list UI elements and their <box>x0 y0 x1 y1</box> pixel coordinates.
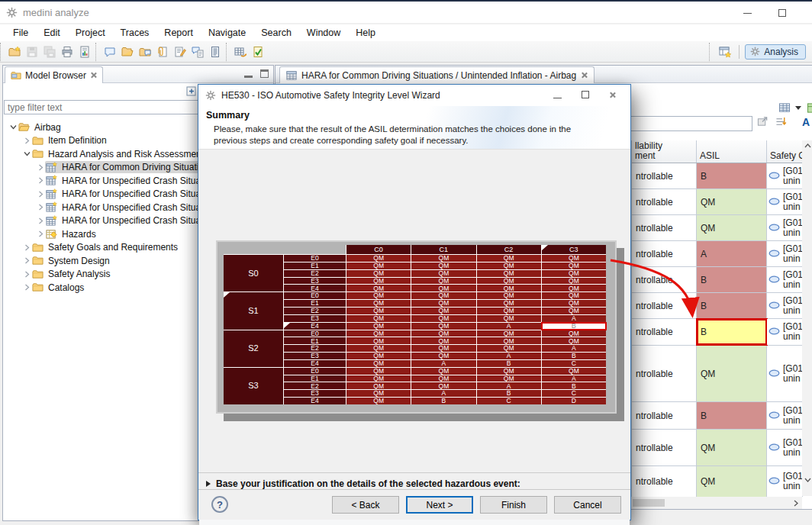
safety-goal-cell[interactable]: [G01unin <box>767 163 803 188</box>
chevron-right-icon[interactable] <box>23 257 31 264</box>
controllability-cell[interactable]: ntrollable <box>632 466 697 497</box>
hazard-row[interactable]: ntrollableQM[G01unin <box>632 430 802 466</box>
matrix-value-cell[interactable]: QM <box>411 345 475 352</box>
matrix-value-cell[interactable]: QM <box>411 382 475 389</box>
matrix-value-cell[interactable]: A <box>542 345 606 352</box>
matrix-value-cell[interactable]: B <box>477 390 541 397</box>
matrix-value-cell[interactable]: C <box>542 390 606 397</box>
column-header-safety-goal[interactable]: Safety G <box>767 140 803 163</box>
tab-hara-editor[interactable]: HARA for Common Driving Situations / Uni… <box>279 66 594 83</box>
safety-goal-cell[interactable]: [G01unin <box>767 189 803 214</box>
matrix-value-cell[interactable]: QM <box>477 375 541 382</box>
chevron-right-icon[interactable] <box>23 244 31 251</box>
matrix-exposure-s3-e2[interactable]: E2 <box>284 382 346 389</box>
asil-cell[interactable]: QM <box>697 466 767 497</box>
view-minimize-icon[interactable] <box>244 69 253 78</box>
document-icon[interactable] <box>206 43 224 60</box>
matrix-value-cell[interactable]: QM <box>542 337 606 344</box>
project-comment-icon[interactable] <box>136 43 153 60</box>
column-header-controllability[interactable]: llabilityment <box>632 140 697 163</box>
column-header-asil[interactable]: ASIL <box>697 140 767 163</box>
matrix-value-cell[interactable]: QM <box>411 315 475 322</box>
asil-cell[interactable]: B <box>697 293 767 318</box>
comment-icon[interactable] <box>101 43 118 60</box>
hazard-row[interactable]: ntrollableQM[G01unin <box>632 466 802 498</box>
matrix-value-cell[interactable]: A <box>542 315 606 322</box>
menu-search[interactable]: Search <box>253 25 299 40</box>
hazard-row[interactable]: ntrollableB[G01unin <box>632 293 802 319</box>
editor-view-menu[interactable] <box>778 102 801 114</box>
print-icon[interactable] <box>58 43 76 60</box>
hazard-row[interactable]: ntrollableB[G01unin <box>632 402 802 430</box>
chevron-down-icon[interactable] <box>9 124 18 130</box>
hazard-row[interactable]: ntrollableB[G01unin <box>632 319 802 346</box>
menu-traces[interactable]: Traces <box>113 25 157 40</box>
matrix-value-cell[interactable]: B <box>542 382 606 389</box>
matrix-value-cell[interactable]: D <box>542 398 606 404</box>
matrix-value-cell[interactable]: QM <box>346 285 411 291</box>
dialog-close-button[interactable] <box>609 92 617 100</box>
open-project-icon[interactable] <box>118 43 136 60</box>
chevron-right-icon[interactable] <box>37 177 45 184</box>
matrix-value-cell[interactable]: QM <box>411 278 475 285</box>
edit-assessment-icon[interactable] <box>171 43 188 60</box>
matrix-value-cell[interactable]: QM <box>411 353 475 359</box>
matrix-value-cell[interactable]: QM <box>542 292 606 299</box>
matrix-value-cell[interactable]: QM <box>411 308 475 314</box>
matrix-value-cell[interactable]: B <box>542 353 606 359</box>
scroll-right-icon[interactable] <box>790 500 802 507</box>
matrix-value-cell[interactable]: QM <box>477 315 541 322</box>
matrix-exposure-s1-e4[interactable]: E4 <box>284 323 346 330</box>
finish-button[interactable]: Finish <box>480 496 547 514</box>
matrix-value-cell[interactable]: QM <box>477 255 541 262</box>
back-button[interactable]: < Back <box>332 496 399 514</box>
asil-cell[interactable]: QM <box>697 189 767 214</box>
window-maximize-button[interactable] <box>771 6 794 20</box>
matrix-value-cell[interactable]: QM <box>411 255 475 262</box>
safety-goal-cell[interactable]: [G01unin <box>767 346 803 401</box>
menu-window[interactable]: Window <box>299 25 348 40</box>
task-check-icon[interactable] <box>249 43 266 60</box>
matrix-col-header-c2[interactable]: C2 <box>477 245 541 254</box>
hazard-row[interactable]: ntrollableQM[G01unin <box>632 346 802 402</box>
hazard-row[interactable]: ntrollableQM[G01unin <box>632 189 802 215</box>
menu-file[interactable]: File <box>5 25 36 40</box>
menu-help[interactable]: Help <box>348 25 383 40</box>
matrix-exposure-s0-e2[interactable]: E2 <box>284 270 346 277</box>
controllability-cell[interactable]: ntrollable <box>632 346 697 401</box>
matrix-exposure-s1-e0[interactable]: E0 <box>284 292 346 299</box>
scroll-down-icon[interactable] <box>802 475 812 485</box>
matrix-exposure-s1-e3[interactable]: E3 <box>284 315 346 322</box>
matrix-value-cell[interactable]: QM <box>346 368 411 375</box>
matrix-value-cell[interactable]: QM <box>346 390 411 397</box>
matrix-exposure-s2-e3[interactable]: E3 <box>284 353 346 359</box>
matrix-value-cell[interactable]: QM <box>542 368 606 375</box>
chevron-right-icon[interactable] <box>23 284 31 291</box>
safety-goal-cell[interactable]: [G01unin <box>767 319 803 345</box>
matrix-value-cell[interactable]: QM <box>477 345 541 352</box>
open-perspective-icon[interactable] <box>716 43 733 60</box>
matrix-exposure-s2-e2[interactable]: E2 <box>284 345 346 352</box>
matrix-value-cell[interactable]: QM <box>477 330 541 337</box>
close-tab-icon[interactable] <box>90 72 97 79</box>
hazard-row[interactable]: ntrollableB[G01unin <box>632 163 802 189</box>
matrix-exposure-s1-e2[interactable]: E2 <box>284 308 346 314</box>
matrix-value-cell[interactable]: QM <box>411 292 475 299</box>
controllability-cell[interactable]: ntrollable <box>632 319 697 345</box>
matrix-value-cell[interactable]: QM <box>346 330 411 337</box>
hazard-row[interactable]: ntrollableB[G01unin <box>632 267 802 293</box>
matrix-value-cell[interactable]: QM <box>411 368 475 375</box>
matrix-col-header-c3[interactable]: C3 <box>542 245 606 254</box>
matrix-value-cell[interactable]: QM <box>346 382 411 389</box>
chevron-right-icon[interactable] <box>37 164 45 171</box>
matrix-value-cell[interactable]: QM <box>542 330 606 337</box>
matrix-exposure-s2-e4[interactable]: E4 <box>284 360 346 367</box>
matrix-value-cell[interactable]: QM <box>346 337 411 344</box>
window-minimize-button[interactable] <box>736 6 759 20</box>
safety-goal-cell[interactable]: [G01unin <box>767 402 803 429</box>
matrix-value-cell[interactable]: QM <box>346 323 411 330</box>
matrix-value-cell[interactable]: A <box>477 323 541 330</box>
tab-model-browser[interactable]: Model Browser <box>5 66 103 83</box>
controllability-cell[interactable]: ntrollable <box>632 402 697 429</box>
matrix-value-cell[interactable]: B <box>411 398 475 404</box>
